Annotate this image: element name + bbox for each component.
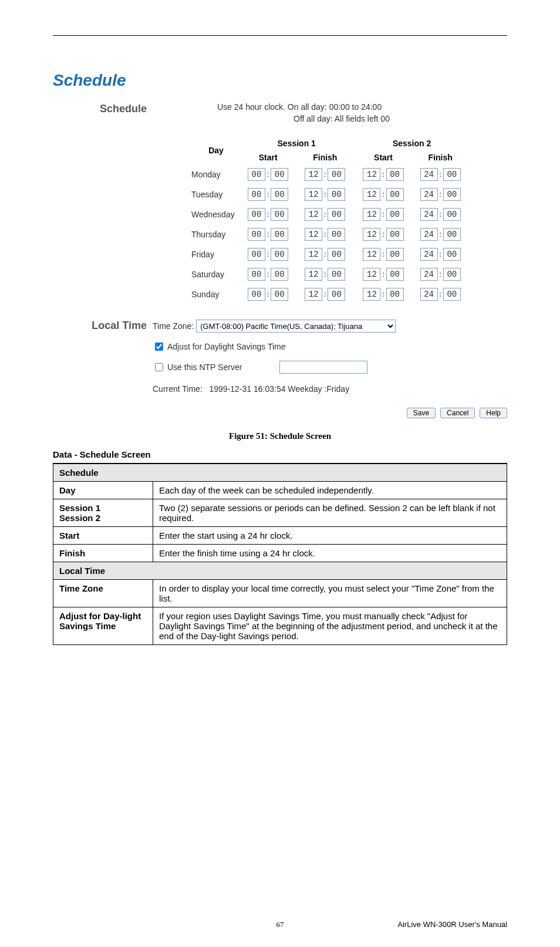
time-input[interactable]: 24 [420, 248, 438, 261]
time-input[interactable]: 00 [271, 208, 288, 221]
time-input[interactable]: 00 [271, 228, 288, 241]
time-input[interactable]: 00 [248, 208, 265, 221]
time-input[interactable]: 00 [248, 248, 265, 261]
time-input[interactable]: 12 [305, 248, 322, 261]
page-number: 67 [276, 920, 284, 929]
time-input[interactable]: 00 [328, 268, 345, 281]
time-input[interactable]: 00 [443, 168, 461, 181]
day-cell: Tuesday [188, 184, 244, 204]
time-input[interactable]: 00 [248, 228, 265, 241]
time-input[interactable]: 00 [271, 168, 288, 181]
timezone-label: Time Zone: [153, 321, 194, 331]
figure-caption: Figure 51: Schedule Screen [53, 431, 507, 441]
time-input[interactable]: 24 [420, 288, 438, 301]
time-input[interactable]: 00 [248, 268, 265, 281]
time-input[interactable]: 00 [443, 288, 461, 301]
time-input[interactable]: 00 [328, 248, 345, 261]
schedule-hint-1: Use 24 hour clock. On all day: 00:00 to … [217, 102, 507, 113]
ntp-label: Use this NTP Server [167, 362, 242, 372]
table-row: StartEnter the start using a 24 hr clock… [53, 527, 507, 545]
time-input[interactable]: 12 [305, 228, 322, 241]
time-input[interactable]: 12 [363, 288, 380, 301]
time-input[interactable]: 00 [271, 248, 288, 261]
time-input[interactable]: 00 [443, 208, 461, 221]
time-input[interactable]: 00 [386, 188, 404, 201]
time-input[interactable]: 00 [443, 188, 461, 201]
time-input[interactable]: 12 [363, 228, 380, 241]
time-input[interactable]: 00 [328, 208, 345, 221]
time-input[interactable]: 12 [363, 268, 380, 281]
time-input[interactable]: 00 [386, 268, 404, 281]
desc-cell: If your region uses Daylight Savings Tim… [153, 607, 507, 645]
time-input[interactable]: 00 [271, 288, 288, 301]
col-s1-start: Start [244, 150, 292, 164]
table-row: FinishEnter the finish time using a 24 h… [53, 545, 507, 562]
time-input[interactable]: 00 [248, 168, 265, 181]
save-button[interactable]: Save [407, 408, 436, 418]
current-time-label: Current Time: [153, 384, 203, 394]
schedule-table: Day Session 1 Session 2 Start Finish Sta… [188, 136, 464, 304]
term-cell: Time Zone [53, 580, 153, 607]
time-input[interactable]: 24 [420, 268, 438, 281]
col-s2-finish: Finish [417, 150, 464, 164]
term-cell: Session 1Session 2 [53, 499, 153, 527]
time-input[interactable]: 00 [271, 188, 288, 201]
ntp-checkbox[interactable] [155, 363, 163, 371]
col-s2-start: Start [359, 150, 407, 164]
time-input[interactable]: 00 [248, 288, 265, 301]
time-input[interactable]: 00 [328, 228, 345, 241]
timezone-select[interactable]: (GMT-08:00) Pacific Time(US, Canada); Ti… [196, 320, 396, 333]
table-row: DayEach day of the week can be scheduled… [53, 482, 507, 499]
ntp-input[interactable] [279, 361, 367, 374]
group-header: Schedule [53, 464, 507, 482]
time-input[interactable]: 12 [305, 188, 322, 201]
time-input[interactable]: 00 [386, 248, 404, 261]
col-day: Day [188, 136, 244, 164]
time-input[interactable]: 00 [328, 288, 345, 301]
time-input[interactable]: 24 [420, 188, 438, 201]
time-input[interactable]: 12 [305, 168, 322, 181]
time-input[interactable]: 00 [443, 248, 461, 261]
time-input[interactable]: 12 [363, 188, 380, 201]
table-row: Session 1Session 2Two (2) separate sessi… [53, 499, 507, 527]
data-table: ScheduleDayEach day of the week can be s… [53, 463, 507, 645]
term-cell: Finish [53, 545, 153, 562]
time-input[interactable]: 24 [420, 168, 438, 181]
day-cell: Friday [188, 244, 244, 264]
term-cell: Start [53, 527, 153, 545]
current-time-value: 1999-12-31 16:03:54 Weekday :Friday [209, 384, 349, 394]
time-input[interactable]: 24 [420, 208, 438, 221]
time-input[interactable]: 12 [363, 208, 380, 221]
time-input[interactable]: 12 [363, 248, 380, 261]
schedule-row: Monday00:00 12:0012:00 24:00 [188, 164, 464, 184]
time-input[interactable]: 00 [386, 288, 404, 301]
data-heading: Data - Schedule Screen [53, 449, 507, 459]
col-s1-finish: Finish [301, 150, 349, 164]
schedule-section: Schedule Use 24 hour clock. On all day: … [53, 102, 507, 125]
time-input[interactable]: 00 [386, 168, 404, 181]
time-input[interactable]: 12 [305, 288, 322, 301]
time-input[interactable]: 00 [328, 188, 345, 201]
time-input[interactable]: 00 [248, 188, 265, 201]
time-input[interactable]: 00 [271, 268, 288, 281]
dst-label: Adjust for Daylight Savings Time [167, 342, 286, 351]
cancel-button[interactable]: Cancel [440, 408, 475, 418]
time-input[interactable]: 00 [328, 168, 345, 181]
schedule-row: Tuesday00:00 12:0012:00 24:00 [188, 184, 464, 204]
time-input[interactable]: 00 [443, 268, 461, 281]
time-input[interactable]: 00 [443, 228, 461, 241]
time-input[interactable]: 12 [305, 268, 322, 281]
schedule-row: Saturday00:00 12:0012:00 24:00 [188, 264, 464, 284]
dst-checkbox[interactable] [155, 342, 163, 351]
time-input[interactable]: 12 [363, 168, 380, 181]
time-input[interactable]: 24 [420, 228, 438, 241]
day-cell: Wednesday [188, 204, 244, 224]
time-input[interactable]: 00 [386, 208, 404, 221]
table-row: Adjust for Day-light Savings TimeIf your… [53, 607, 507, 645]
help-button[interactable]: Help [480, 408, 507, 418]
col-session1: Session 1 [244, 136, 349, 150]
time-input[interactable]: 00 [386, 228, 404, 241]
page-footer: 67 AirLive WN-300R User's Manual [0, 920, 560, 929]
time-input[interactable]: 12 [305, 208, 322, 221]
desc-cell: In order to display your local time corr… [153, 580, 507, 607]
